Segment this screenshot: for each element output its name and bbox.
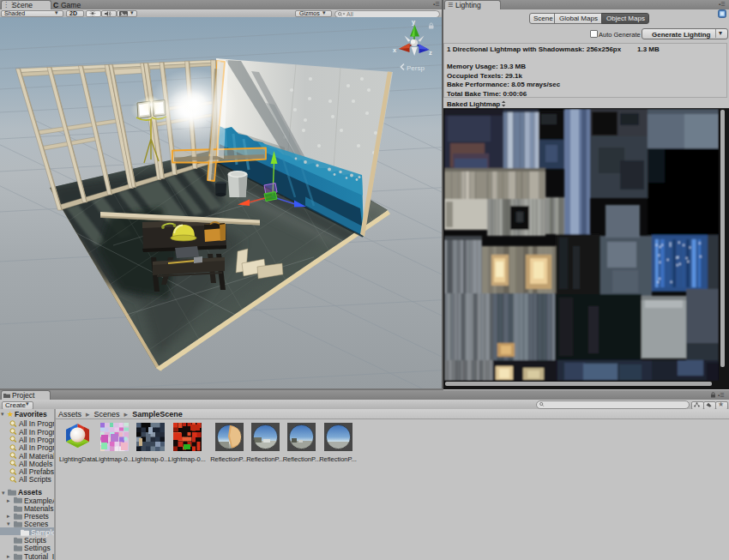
- svg-text:Persp: Persp: [407, 64, 425, 72]
- svg-text:z: z: [429, 49, 432, 57]
